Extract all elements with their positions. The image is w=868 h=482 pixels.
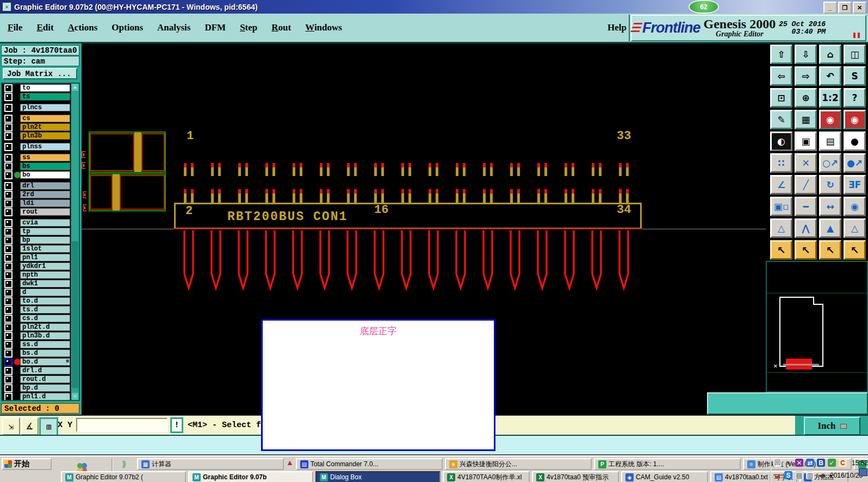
pen-tray-icon[interactable]: ◢	[773, 471, 782, 479]
flower-tray-icon[interactable]	[77, 463, 83, 468]
line-measure-button[interactable]: ╱	[795, 175, 817, 195]
scroll-up-icon[interactable]: ▲	[72, 84, 78, 91]
arrow-triangle-4-button[interactable]: △	[844, 218, 866, 238]
layer-checkbox[interactable]	[4, 132, 13, 140]
layer-row-ydkdr1[interactable]: ydkdr1	[2, 262, 72, 271]
job-matrix-button[interactable]: Job Matrix ...	[3, 68, 77, 79]
menu-actions[interactable]: Actions	[68, 22, 98, 33]
layer-row-tp[interactable]: tp	[2, 227, 72, 236]
resize-corner-button[interactable]: ⇲	[2, 417, 20, 435]
rotate-button[interactable]: ↻	[819, 175, 841, 195]
layer-checkbox[interactable]	[4, 191, 13, 199]
layer-row-pnl1.d[interactable]: pnl1.d	[2, 392, 72, 401]
measure-ruler-button[interactable]: ▤	[819, 132, 841, 151]
active-layer-signal-button[interactable]: ◉	[819, 110, 841, 129]
select-polygon-button[interactable]: ↖	[819, 240, 841, 260]
copy-button[interactable]: ○↗	[819, 153, 841, 173]
taskbar-button[interactable]: X4V1870TAA0制作单.xl	[443, 471, 530, 482]
layer-row-bo.d[interactable]: bo.d⊞	[2, 358, 72, 366]
previous-view-button[interactable]: ↶	[819, 66, 841, 86]
layer-checkbox[interactable]	[4, 341, 13, 349]
layer-scrollbar[interactable]: ▲ ▽	[71, 84, 79, 400]
layer-row-ss[interactable]: ss	[2, 153, 72, 162]
taskbar-button[interactable]: ◈CAM_Guide v2.50	[621, 471, 708, 482]
layer-checkbox[interactable]	[4, 393, 13, 401]
layer-row-2rd[interactable]: 2rd	[2, 190, 72, 199]
units-dropdown[interactable]: Inch	[804, 417, 860, 435]
layer-checkbox[interactable]	[4, 297, 13, 305]
keyboard-tray-icon[interactable]: ▤	[795, 471, 803, 479]
reference-layer-signal-button[interactable]: ◉	[844, 110, 866, 129]
layer-row-pln3b[interactable]: pln3b	[2, 132, 72, 140]
zoom-1-2-button[interactable]: 1:2	[819, 88, 841, 108]
layer-checkbox[interactable]	[4, 115, 13, 123]
layer-checkbox[interactable]	[4, 271, 13, 279]
layer-checkbox[interactable]	[4, 375, 13, 384]
layer-checkbox[interactable]	[4, 123, 13, 132]
layer-checkbox[interactable]	[4, 84, 13, 92]
layer-row-pln2t.d[interactable]: pln2t.d	[2, 323, 72, 331]
home-view-button[interactable]: ⌂	[819, 45, 841, 64]
layer-checkbox[interactable]	[4, 349, 13, 358]
x-purple-tray-icon[interactable]: ✕	[795, 459, 803, 467]
arrow-triangle-1-button[interactable]: △	[770, 218, 792, 238]
layer-checkbox[interactable]	[4, 289, 13, 297]
layer-checkbox[interactable]	[4, 306, 13, 314]
angle-snap-button[interactable]: ∡	[21, 417, 39, 435]
menu-step[interactable]: Step	[240, 22, 257, 33]
layer-row-bo[interactable]: bo	[2, 171, 72, 179]
scroll-down-icon[interactable]: ▽	[72, 393, 78, 400]
net-endpoints-button[interactable]: ∷	[770, 153, 792, 173]
layer-checkbox[interactable]	[4, 162, 13, 171]
layer-row-ss.d[interactable]: ss.d	[2, 340, 72, 349]
tile-windows-xy-button[interactable]: ◫	[844, 45, 866, 64]
chevron-tray-icon[interactable]: »	[784, 459, 792, 467]
quicklaunch-icon[interactable]: ⟫	[122, 459, 126, 469]
title-bar[interactable]: ✕ Graphic Editor 9.07b2 (00@HY-HYCAM-PC1…	[0, 0, 868, 14]
layer-row-npth[interactable]: npth	[2, 271, 72, 279]
layer-checkbox[interactable]	[4, 384, 13, 392]
layer-row-cs[interactable]: cs	[2, 114, 72, 123]
start-button[interactable]: 开始	[2, 458, 52, 470]
taskbar-button[interactable]: ★兴森快捷衡阳分公...	[445, 458, 592, 470]
taskbar-button[interactable]: MDialog Box	[315, 471, 441, 482]
layer-row-1slot[interactable]: 1slot	[2, 245, 72, 253]
menu-edit[interactable]: Edit	[36, 22, 53, 33]
layer-checkbox[interactable]	[4, 143, 13, 151]
layer-checkbox[interactable]	[4, 332, 13, 340]
taskbar-button[interactable]: P工程系统 版本: 1....	[594, 458, 741, 470]
layer-row-pln3b.d[interactable]: pln3b.d	[2, 331, 72, 340]
input-tray-icon[interactable]: S	[784, 471, 792, 479]
xy-coordinate-input[interactable]	[76, 418, 168, 432]
arrow-triangle-2-button[interactable]: ⋀	[795, 218, 817, 238]
layer-row-cvia[interactable]: cvia	[2, 218, 72, 227]
zoom-window-button[interactable]: ▣	[795, 132, 817, 151]
layer-row-to[interactable]: to	[2, 84, 72, 92]
scroll-thumb[interactable]	[72, 241, 78, 388]
sogou-tray-icon[interactable]: C	[839, 459, 847, 467]
delete-button[interactable]: ✕	[795, 153, 817, 173]
layer-checkbox[interactable]	[4, 154, 13, 162]
angle-measure-button[interactable]: ∠	[770, 175, 792, 195]
layer-checkbox[interactable]	[4, 228, 13, 236]
layer-row-drl.d[interactable]: drl.d	[2, 366, 72, 375]
layer-row-dwk1[interactable]: dwk1	[2, 279, 72, 288]
layer-row-ts[interactable]: ts	[2, 92, 72, 101]
taskbar-button[interactable]: ▤Total Commander 7.0...	[296, 458, 443, 470]
show-desktop-button[interactable]	[859, 468, 867, 476]
layer-row-plnss[interactable]: plnss	[2, 142, 72, 151]
mirror-button[interactable]: ƎF	[844, 175, 866, 195]
layer-row-ldi[interactable]: ldi	[2, 199, 72, 208]
help-tool-button[interactable]: ?	[844, 88, 866, 108]
menu-file[interactable]: File	[8, 22, 22, 33]
menu-windows[interactable]: Windows	[305, 22, 342, 33]
toolbox-tray-icon[interactable]: 回	[773, 459, 782, 467]
layer-checkbox[interactable]	[4, 280, 13, 288]
clip-area-button[interactable]: ◐	[770, 132, 792, 151]
layer-row-ts.d[interactable]: ts.d	[2, 305, 72, 314]
layer-row-bs[interactable]: bs	[2, 162, 72, 171]
layer-row-bp[interactable]: bp	[2, 236, 72, 245]
zoom-fit-button[interactable]: ⊡	[770, 88, 792, 108]
menu-analysis[interactable]: Analysis	[157, 22, 190, 33]
layer-row-to.d[interactable]: to.d	[2, 297, 72, 305]
